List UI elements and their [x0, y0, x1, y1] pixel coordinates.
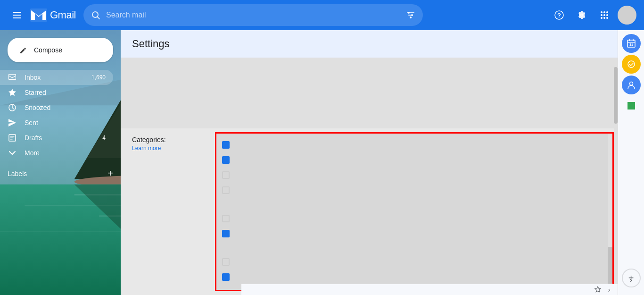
cat-item-2[interactable] [222, 154, 607, 166]
cat-item-6[interactable] [222, 228, 607, 239]
inbox-icon [8, 73, 17, 82]
svg-point-38 [603, 17, 605, 19]
settings-header: Settings [121, 30, 618, 58]
sidebar: Compose Inbox 1,690 Starred Snoozed Sent [0, 30, 121, 295]
header: Gmail ? [0, 0, 644, 30]
content-scrollbar-track [608, 134, 612, 290]
sidebar-item-drafts[interactable]: Drafts 4 [0, 130, 113, 145]
green-status-dot [627, 102, 635, 110]
learn-more-link[interactable]: Learn more [132, 145, 161, 152]
compose-label: Compose [34, 46, 62, 54]
settings-title: Settings [132, 38, 170, 50]
apps-button[interactable] [595, 6, 614, 25]
cat-checkbox-8[interactable] [222, 273, 230, 281]
arrow-bottom-icon[interactable]: › [604, 285, 614, 295]
settings-top-area [121, 58, 618, 128]
calendar-button[interactable]: 31 [622, 34, 641, 53]
drafts-icon [8, 134, 17, 142]
sidebar-item-inbox[interactable]: Inbox 1,690 [0, 70, 113, 85]
cat-item-4[interactable] [222, 185, 607, 196]
sidebar-item-snoozed[interactable]: Snoozed [0, 100, 113, 115]
cat-item-8[interactable] [222, 271, 607, 283]
cat-checkbox-6[interactable] [222, 230, 230, 237]
sent-icon [8, 118, 17, 127]
svg-text:?: ? [557, 12, 561, 19]
help-button[interactable]: ? [550, 6, 569, 25]
starred-icon [8, 88, 17, 97]
labels-title: Labels [8, 170, 27, 177]
svg-point-34 [601, 14, 603, 16]
drafts-badge: 4 [102, 135, 106, 141]
inbox-badge: 1,690 [91, 74, 106, 81]
snoozed-label: Snoozed [25, 104, 106, 111]
svg-rect-17 [13, 12, 21, 13]
search-icon [91, 10, 100, 20]
cat-checkbox-3-empty[interactable] [222, 171, 230, 179]
categories-label: Categories: [132, 136, 204, 143]
cat-checkbox-7-empty[interactable] [222, 258, 230, 266]
star-bottom-icon[interactable] [593, 285, 603, 295]
svg-rect-19 [13, 17, 21, 18]
svg-line-22 [97, 17, 99, 19]
svg-point-48 [629, 82, 633, 85]
settings-body: Categories: Learn more [121, 58, 618, 295]
header-right: ? [550, 6, 636, 25]
green-dot-container [622, 96, 641, 115]
svg-point-27 [411, 14, 413, 16]
cat-checkbox-1[interactable] [222, 141, 230, 149]
cat-spacer [222, 200, 607, 209]
svg-point-31 [601, 11, 603, 13]
compose-button[interactable]: Compose [8, 38, 113, 62]
inbox-label: Inbox [25, 74, 84, 81]
labels-section-header[interactable]: Labels + [0, 164, 121, 183]
cat-item-3[interactable] [222, 169, 607, 181]
svg-rect-18 [13, 15, 21, 16]
contacts-button[interactable] [622, 76, 641, 94]
avatar[interactable] [618, 6, 636, 25]
more-icon [8, 149, 17, 157]
categories-label-col: Categories: Learn more [121, 128, 215, 295]
right-panel: 31 + › [618, 30, 644, 295]
svg-point-47 [628, 61, 635, 67]
cat-spacer2 [222, 243, 607, 253]
settings-scrollbar-thumb[interactable] [614, 67, 618, 124]
categories-items-list [216, 134, 612, 295]
content-scrollbar-thumb[interactable] [608, 247, 612, 285]
snoozed-icon [8, 103, 17, 112]
settings-panel: Settings Categories: Learn more [121, 30, 618, 295]
cat-checkbox-4-empty[interactable] [222, 186, 230, 194]
more-label: More [25, 149, 106, 157]
svg-point-39 [606, 17, 608, 19]
sidebar-item-starred[interactable]: Starred [0, 85, 113, 100]
gmail-logo: Gmail [30, 8, 76, 22]
search-bar[interactable] [83, 4, 423, 26]
starred-label: Starred [25, 89, 106, 96]
sidebar-item-sent[interactable]: Sent [0, 115, 113, 130]
tasks-button[interactable] [622, 55, 641, 74]
cat-checkbox-5-empty[interactable] [222, 215, 230, 222]
gmail-m-icon [30, 8, 47, 22]
svg-point-35 [603, 14, 605, 16]
menu-icon[interactable] [8, 6, 26, 25]
sidebar-item-more[interactable]: More [0, 145, 113, 160]
svg-point-33 [606, 11, 608, 13]
cat-checkbox-2[interactable] [222, 156, 230, 164]
search-filter-icon[interactable] [406, 10, 415, 20]
drafts-label: Drafts [25, 134, 95, 142]
svg-point-32 [603, 11, 605, 13]
settings-categories-row: Categories: Learn more [121, 128, 618, 295]
svg-point-26 [408, 12, 410, 14]
bottom-bar-icons: › [593, 285, 614, 295]
app-name: Gmail [50, 9, 76, 21]
labels-add-button[interactable]: + [107, 168, 113, 179]
cat-item-7[interactable] [222, 256, 607, 268]
cat-item-5[interactable] [222, 213, 607, 224]
settings-scrollbar-track [614, 58, 618, 295]
settings-button[interactable] [572, 6, 591, 25]
collapse-panel-button[interactable]: › [618, 272, 644, 287]
main-content: Settings Categories: Learn more [121, 30, 644, 295]
search-input[interactable] [106, 11, 400, 19]
sent-label: Sent [25, 119, 106, 126]
svg-point-28 [410, 17, 412, 18]
cat-item-1[interactable] [222, 139, 607, 151]
